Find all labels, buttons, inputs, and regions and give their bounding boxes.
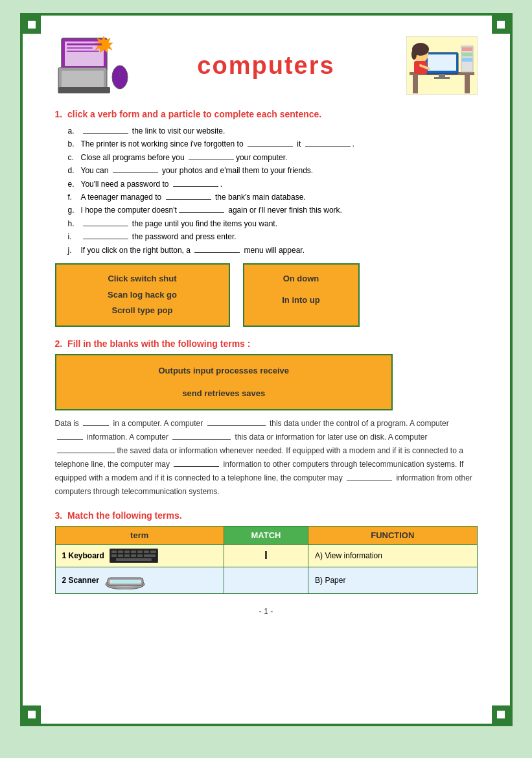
match-cell-1: I (224, 545, 308, 567)
svg-rect-20 (434, 77, 450, 79)
word-row-s2-2: send retrieves saves (67, 386, 382, 402)
page-number: - 1 - (55, 607, 478, 616)
blank (113, 165, 158, 173)
corner-decoration-br (492, 705, 510, 724)
list-item: i. the password and press enter. (68, 230, 478, 243)
col-header-function: FUNCTION (308, 527, 477, 545)
match-table: term MATCH FUNCTION 1 Keyboard (55, 526, 478, 594)
section-1-number: 1. (55, 109, 63, 119)
blank (347, 473, 392, 480)
blank (83, 231, 128, 239)
blank (179, 205, 224, 213)
col-header-match: MATCH (224, 527, 308, 545)
word-box-right: On down In into up (243, 263, 360, 327)
blank (305, 139, 351, 147)
header-center: computers (139, 52, 393, 80)
word-row-3: Scroll type pop (67, 303, 218, 319)
svg-rect-40 (124, 554, 130, 557)
term-label-2: 2 Scanner (62, 576, 99, 585)
svg-rect-11 (67, 47, 93, 49)
section-3-number: 3. (55, 510, 63, 521)
blank (57, 445, 115, 453)
blank (83, 219, 128, 226)
svg-rect-10 (67, 43, 102, 45)
header: computers (55, 35, 478, 96)
word-box-left: Click switch shut Scan log hack go Scrol… (55, 263, 230, 327)
svg-rect-28 (462, 53, 472, 56)
svg-rect-16 (465, 75, 470, 93)
match-value-1: I (264, 550, 267, 561)
svg-rect-19 (439, 74, 445, 77)
list-item: e.You'll need a password to . (68, 178, 478, 191)
corner-decoration-tr (492, 16, 510, 34)
girl-clipart-icon (406, 36, 478, 95)
exercise-list-1: a. the link to visit our website. b.The … (55, 124, 478, 257)
section-1-title: 1. click a verb form and a particle to c… (55, 109, 478, 119)
section-3-instruction: Match the following terms. (67, 510, 182, 521)
section-3-title: 3. Match the following terms. (55, 510, 478, 521)
word-row-1: Click switch shut (67, 271, 218, 287)
svg-rect-36 (144, 551, 149, 553)
svg-rect-33 (124, 551, 130, 553)
function-cell-1: A) View information (308, 545, 477, 567)
blank (57, 432, 83, 440)
svg-rect-12 (67, 51, 99, 52)
term-cell-1: 1 Keyboard (55, 545, 224, 567)
function-label-1: A) View information (315, 551, 382, 560)
list-item: f.A teenager managed to the bank's main … (68, 191, 478, 204)
blank (173, 179, 218, 187)
list-item: c.Close all programs before you your com… (68, 151, 478, 164)
svg-rect-18 (428, 54, 456, 71)
svg-rect-34 (131, 551, 136, 553)
word-row-2: Scan log hack go (67, 287, 218, 303)
word-box-section2: Outputs input processes receive send ret… (55, 354, 393, 410)
list-item: h. the page until you find the items you… (68, 217, 478, 230)
header-right-image (393, 36, 478, 95)
svg-rect-44 (116, 558, 152, 561)
table-header-row: term MATCH FUNCTION (55, 527, 477, 545)
function-label-2: B) Paper (315, 576, 345, 585)
svg-rect-27 (462, 47, 472, 51)
blank (166, 192, 211, 200)
section-2: 2. Fill in the blanks with the following… (55, 338, 478, 499)
section-1: 1. click a verb form and a particle to c… (55, 109, 478, 327)
list-item: a. the link to visit our website. (68, 124, 478, 137)
blank (174, 459, 219, 467)
svg-rect-49 (112, 580, 139, 583)
svg-rect-35 (137, 551, 143, 553)
page: computers (20, 13, 513, 726)
section-2-title: 2. Fill in the blanks with the following… (55, 338, 478, 349)
word-row-right-2: In into up (255, 292, 348, 309)
table-row: 1 Keyboard (55, 545, 477, 567)
svg-rect-38 (111, 554, 117, 557)
scanner-icon (104, 571, 146, 589)
corner-decoration-bl (23, 705, 41, 724)
section-1-instruction: click a verb form and a particle to comp… (67, 109, 321, 119)
word-row-s2-1: Outputs input processes receive (67, 363, 382, 379)
section-2-instruction: Fill in the blanks with the following te… (67, 338, 250, 349)
page-title: computers (139, 52, 393, 80)
svg-rect-15 (413, 75, 418, 93)
svg-point-23 (411, 49, 417, 60)
blank (172, 432, 231, 440)
section-3: 3. Match the following terms. term MATCH… (55, 510, 478, 594)
section-2-number: 2. (55, 338, 63, 349)
list-item: b.The printer is not working since i've … (68, 137, 478, 150)
svg-rect-31 (111, 551, 117, 553)
svg-rect-6 (58, 87, 110, 93)
word-row-right-1: On down (255, 271, 348, 287)
blank (207, 418, 266, 426)
svg-rect-37 (150, 551, 156, 553)
list-item: j.If you click on the right button, a me… (68, 244, 478, 257)
svg-rect-43 (144, 554, 156, 557)
svg-rect-29 (462, 58, 472, 62)
header-left-image (55, 35, 139, 96)
keyboard-icon (110, 549, 158, 563)
svg-rect-32 (118, 551, 123, 553)
blank (194, 245, 240, 253)
term-label-1: 1 Keyboard (62, 551, 104, 560)
blank (189, 152, 234, 160)
word-boxes-row-1: Click switch shut Scan log hack go Scrol… (55, 263, 478, 327)
function-cell-2: B) Paper (308, 567, 477, 594)
blank (248, 139, 293, 147)
